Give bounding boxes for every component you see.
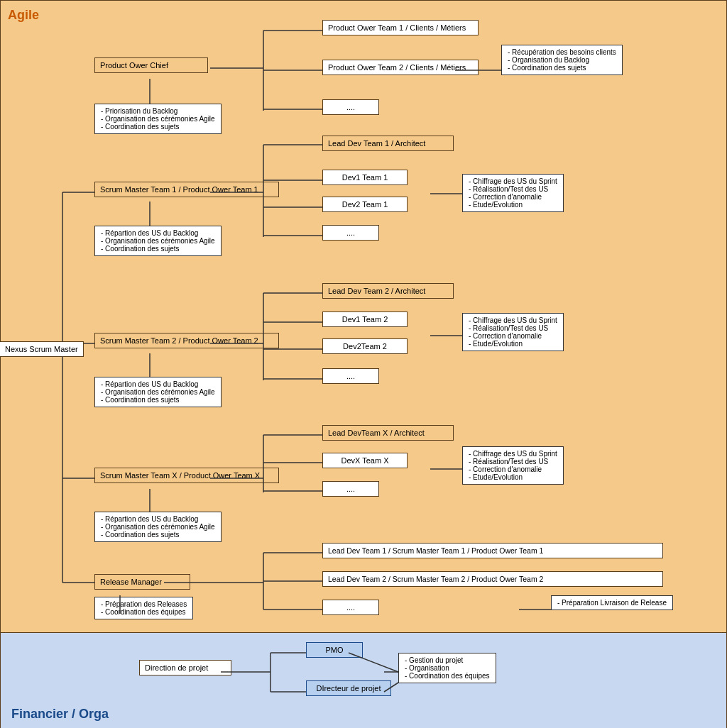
- dev1-ellipsis-box: ....: [322, 225, 379, 241]
- lead-dev1-box: Lead Dev Team 1 / Architect: [322, 136, 454, 151]
- nexus-label: Nexus Scrum Master: [0, 341, 84, 357]
- fin-info: - Gestion du projet - Organisation - Coo…: [398, 653, 496, 683]
- dev2-team2-box: Dev2Team 2: [322, 338, 408, 354]
- lead-devX-box: Lead DevTeam X / Architect: [322, 425, 454, 441]
- dev2-info: - Chiffrage des US du Sprint - Réalisati…: [462, 313, 564, 351]
- po-team2-box: Product Ower Team 2 / Clients / Métiers: [322, 60, 479, 75]
- scrum1-info: - Répartion des US du Backlog - Organisa…: [94, 226, 222, 256]
- nexus-scrum-master-box: Nexus Scrum Master: [0, 341, 84, 357]
- scrumX-info: - Répartion des US du Backlog - Organisa…: [94, 512, 222, 542]
- dev1-info: - Chiffrage des US du Sprint - Réalisati…: [462, 174, 564, 212]
- direction-projet-box: Direction de projet: [139, 660, 231, 675]
- scrumX-box: Scrum Master Team X / Product Ower Team …: [94, 468, 279, 483]
- devX-info: - Chiffrage des US du Sprint - Réalisati…: [462, 446, 564, 485]
- po-ellipsis-box: ....: [322, 99, 379, 115]
- lead-dev2-box: Lead Dev Team 2 / Architect: [322, 283, 454, 299]
- dev2-team1-box: Dev2 Team 1: [322, 197, 408, 212]
- release-team1-box: Lead Dev Team 1 / Scrum Master Team 1 / …: [322, 543, 663, 558]
- release-livraison-info: - Préparation Livraison de Release: [551, 595, 673, 610]
- devX-ellipsis-box: ....: [322, 481, 379, 497]
- pmo-box: PMO: [306, 642, 363, 658]
- release-team2-box: Lead Dev Team 2 / Scrum Master Team 2 / …: [322, 571, 663, 587]
- devX-teamX-box: DevX Team X: [322, 453, 408, 468]
- scrum2-box: Scrum Master Team 2 / Product Ower Team …: [94, 333, 279, 348]
- financier-title: Financier / Orga: [11, 707, 109, 722]
- dev2-ellipsis-box: ....: [322, 368, 379, 384]
- release-ellipsis-box: ....: [322, 600, 379, 615]
- financier-section: Direction de projet PMO DIrecteur de pro…: [1, 632, 726, 728]
- release-manager-box: Release Manager: [94, 574, 190, 590]
- dev1-team1-box: Dev1 Team 1: [322, 170, 408, 185]
- po-chief-info: - Priorisation du Backlog - Organisation…: [94, 104, 222, 134]
- agile-section: Agile Nexus Scrum Master: [1, 1, 726, 632]
- release-info: - Préparation des Releases - Coordinatio…: [94, 597, 193, 619]
- product-ower-chief-box: Product Ower Chief: [94, 57, 208, 73]
- directeur-projet-box: DIrecteur de projet: [306, 680, 391, 696]
- po-team1-box: Product Ower Team 1 / Clients / Métiers: [322, 20, 479, 35]
- scrum1-box: Scrum Master Team 1 / Product Ower Team …: [94, 182, 279, 197]
- po-clients-info: - Récupération des besoins clients - Org…: [501, 45, 623, 75]
- scrum2-info: - Répartion des US du Backlog - Organisa…: [94, 377, 222, 407]
- dev1-team2-box: Dev1 Team 2: [322, 311, 408, 327]
